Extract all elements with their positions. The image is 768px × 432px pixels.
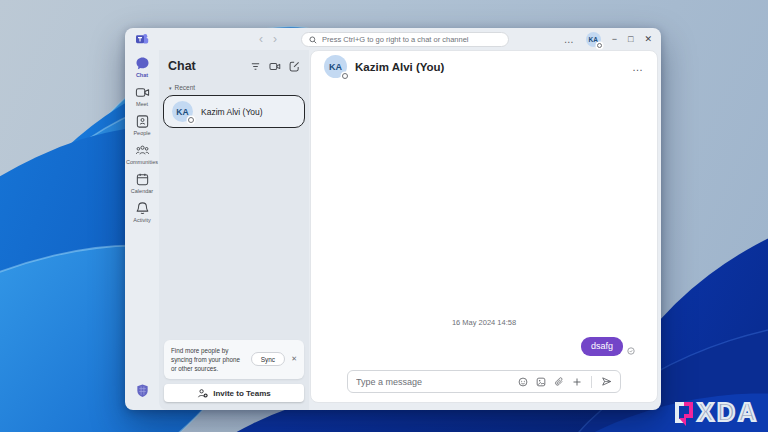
titlebar-more-options-icon[interactable]: … <box>564 34 575 45</box>
teams-logo-icon <box>135 32 149 46</box>
conversation-header: KA Kazim Alvi (You) … <box>311 51 657 82</box>
rail-item-chat[interactable]: Chat <box>125 56 159 78</box>
presence-badge <box>188 117 194 123</box>
sync-card-text: Find more people by syncing from your ph… <box>171 346 245 373</box>
maximize-button[interactable]: □ <box>628 34 633 44</box>
conversation-panel: KA Kazim Alvi (You) … 16 May 2024 14:58 … <box>310 50 658 403</box>
rail-item-meet[interactable]: Meet <box>125 85 159 107</box>
recent-section-header[interactable]: ▾ Recent <box>162 77 306 94</box>
chat-name: Kazim Alvi (You) <box>201 107 263 117</box>
calendar-icon <box>135 172 150 187</box>
compose-box[interactable] <box>347 370 621 393</box>
person-add-icon <box>197 388 208 399</box>
avatar: KA <box>172 101 193 122</box>
new-chat-icon[interactable] <box>289 61 300 72</box>
rail-item-people[interactable]: People <box>125 114 159 136</box>
conversation-title[interactable]: Kazim Alvi (You) <box>355 61 444 73</box>
attach-icon[interactable] <box>554 377 564 387</box>
search-bar[interactable] <box>301 32 509 47</box>
meet-icon <box>135 85 150 100</box>
teams-window: ‹ › … KA − □ ✕ <box>125 28 661 410</box>
sync-suggestion-card: Find more people by syncing from your ph… <box>164 340 304 379</box>
back-icon[interactable]: ‹ <box>259 29 263 49</box>
activity-bell-icon <box>135 201 150 216</box>
presence-badge <box>597 43 602 48</box>
send-icon[interactable] <box>601 376 612 387</box>
presence-badge <box>342 73 348 79</box>
chat-list-item[interactable]: KA Kazim Alvi (You) <box>163 95 305 128</box>
communities-icon <box>135 143 150 158</box>
chat-list-panel: Chat ▾ Recent <box>159 50 309 410</box>
close-button[interactable]: ✕ <box>644 34 652 44</box>
invite-to-teams-button[interactable]: Invite to Teams <box>164 384 304 402</box>
shield-icon[interactable] <box>135 383 150 398</box>
xda-logo-mark-icon <box>675 401 693 425</box>
video-call-icon[interactable] <box>269 61 281 72</box>
window-titlebar: ‹ › … KA − □ ✕ <box>125 28 661 50</box>
minimize-button[interactable]: − <box>612 34 617 44</box>
sync-button[interactable]: Sync <box>251 352 285 366</box>
chat-list-title: Chat <box>168 59 196 73</box>
search-icon <box>309 36 317 44</box>
app-rail: Chat Meet People <box>125 50 159 410</box>
filter-icon[interactable] <box>250 61 261 72</box>
emoji-icon[interactable] <box>518 377 528 387</box>
avatar[interactable]: KA <box>324 55 347 78</box>
rail-item-activity[interactable]: Activity <box>125 201 159 223</box>
search-input[interactable] <box>322 35 501 44</box>
conversation-more-options-icon[interactable]: … <box>632 61 644 73</box>
message-bubble[interactable]: dsafg <box>581 337 623 356</box>
xda-logo-text: XDA <box>697 400 759 425</box>
rail-item-calendar[interactable]: Calendar <box>125 172 159 194</box>
forward-icon[interactable]: › <box>273 29 277 49</box>
message-list: 16 May 2024 14:58 dsafg <box>311 82 657 364</box>
user-avatar[interactable]: KA <box>586 32 601 47</box>
chat-icon <box>135 56 150 71</box>
message-row: dsafg <box>333 337 635 356</box>
people-icon <box>135 114 150 129</box>
rail-item-communities[interactable]: Communities <box>125 143 159 165</box>
xda-watermark: XDA <box>675 400 759 425</box>
plus-icon[interactable] <box>572 377 582 387</box>
image-icon[interactable] <box>536 377 546 387</box>
compose-divider <box>591 376 592 388</box>
sync-card-close-icon[interactable]: ✕ <box>291 355 297 363</box>
sent-status-icon <box>627 347 635 355</box>
date-divider: 16 May 2024 14:58 <box>333 318 635 327</box>
recent-caret-icon: ▾ <box>169 85 172 91</box>
message-input[interactable] <box>356 377 510 387</box>
